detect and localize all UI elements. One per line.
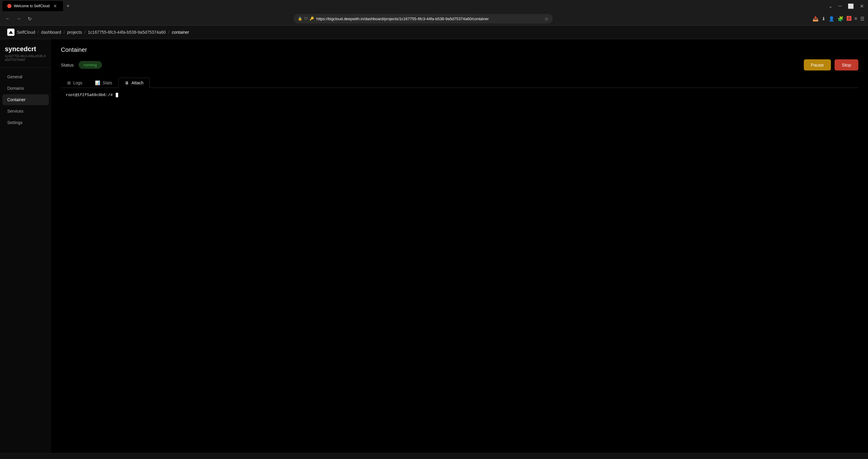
firefox-account-icon[interactable]: 🅰 xyxy=(846,16,851,21)
active-tab[interactable]: Welcome to SelfCloud ✕ xyxy=(2,1,63,11)
sidebar: syncedcrt 1c167755-6fc3-44fa-b538-9a5d75… xyxy=(0,39,51,459)
status-row: Status running Pause Stop xyxy=(61,59,858,70)
breadcrumb-sep-4: / xyxy=(168,30,169,35)
sidebar-item-general[interactable]: General xyxy=(2,71,49,82)
titlebar: Welcome to SelfCloud ✕ + ⌄ ─ ⬜ ✕ xyxy=(0,0,868,12)
browser-chrome: Welcome to SelfCloud ✕ + ⌄ ─ ⬜ ✕ ← → ↻ 🔒… xyxy=(0,0,868,26)
stop-button[interactable]: Stop xyxy=(835,59,858,70)
pocket-icon[interactable]: 📥 xyxy=(812,16,818,22)
tab-attach-label: Attach xyxy=(131,80,144,85)
sidebar-item-domains[interactable]: Domains xyxy=(2,83,49,94)
project-info: syncedcrt 1c167755-6fc3-44fa-b538-9a5d75… xyxy=(0,45,51,68)
main-layout: syncedcrt 1c167755-6fc3-44fa-b538-9a5d75… xyxy=(0,39,868,459)
tab-title: Welcome to SelfCloud xyxy=(14,4,50,8)
tab-close-button[interactable]: ✕ xyxy=(52,3,58,9)
breadcrumb: / dashboard / projects / 1c167755-6fc3-4… xyxy=(38,30,189,35)
nav-menu: General Domains Container Services Setti… xyxy=(0,71,51,128)
secure-icon: 🔒 xyxy=(298,17,302,21)
security-icons: 🔒 🛡 🔑 xyxy=(298,17,314,21)
tab-logs-label: Logs xyxy=(73,80,82,85)
breadcrumb-sep-2: / xyxy=(64,30,65,35)
content-area: Container Status running Pause Stop ⊞ Lo… xyxy=(51,39,868,459)
shield-icon: 🛡 xyxy=(304,17,308,21)
breadcrumb-sep-3: / xyxy=(84,30,86,35)
status-label: Status xyxy=(61,62,74,67)
address-bar: ← → ↻ 🔒 🛡 🔑 https://bigcloud.deepwith.in… xyxy=(0,12,868,25)
downloads-icon[interactable]: ⬇ xyxy=(822,16,826,22)
attach-icon: 🖥 xyxy=(125,80,129,85)
breadcrumb-dashboard[interactable]: dashboard xyxy=(41,30,61,35)
close-button[interactable]: ✕ xyxy=(858,3,866,10)
tab-favicon xyxy=(7,4,11,8)
sidebar-item-services[interactable]: Services xyxy=(2,106,49,117)
terminal-space xyxy=(113,93,115,97)
logo-icon xyxy=(7,29,14,36)
minimize-button[interactable]: ─ xyxy=(837,3,844,9)
app-header: SelfCloud / dashboard / projects / 1c167… xyxy=(0,26,868,39)
logo-shape xyxy=(9,31,13,34)
terminal-prompt: root@1f2f5a69c0b6:/# xyxy=(66,93,113,97)
tab-stats-label: Stats xyxy=(102,80,112,85)
tabs-dropdown-button[interactable]: ⌄ xyxy=(827,3,834,10)
content-title: Container xyxy=(61,46,858,53)
project-id: 1c167755-6fc3-44fa-b538-9a5d75374a60 xyxy=(5,54,46,61)
back-button[interactable]: ← xyxy=(4,14,12,23)
tab-stats[interactable]: 📊 Stats xyxy=(89,78,119,88)
breadcrumb-current: container xyxy=(172,30,189,35)
pause-button[interactable]: Pause xyxy=(804,59,831,70)
profile-icon[interactable]: 👤 xyxy=(829,16,835,22)
breadcrumb-project-id[interactable]: 1c167755-6fc3-44fa-b538-9a5d75374a60 xyxy=(88,30,166,35)
breadcrumb-brand[interactable]: SelfCloud xyxy=(17,30,35,35)
terminal-line: root@1f2f5a69c0b6:/# xyxy=(66,93,854,97)
logs-icon: ⊞ xyxy=(67,80,71,85)
terminal[interactable]: root@1f2f5a69c0b6:/# xyxy=(61,88,858,148)
tab-attach[interactable]: 🖥 Attach xyxy=(119,78,150,88)
bookmark-icon[interactable]: ☆ xyxy=(544,16,549,22)
breadcrumb-projects[interactable]: projects xyxy=(67,30,82,35)
address-input-container[interactable]: 🔒 🛡 🔑 https://bigcloud.deepwith.in/dashb… xyxy=(293,14,553,24)
new-tab-button[interactable]: + xyxy=(64,2,72,10)
window-controls: ⌄ ─ ⬜ ✕ xyxy=(827,3,866,10)
sidebar-item-settings[interactable]: Settings xyxy=(2,117,49,128)
extensions-icon[interactable]: 🧩 xyxy=(838,16,844,22)
menu-icon[interactable]: ☰ xyxy=(860,16,864,22)
sidebar-item-container[interactable]: Container xyxy=(2,94,49,105)
browser-toolbar-right: 📥 ⬇ 👤 🧩 🅰 ≡ ☰ xyxy=(812,16,864,22)
bottom-bar xyxy=(0,453,868,459)
action-buttons: Pause Stop xyxy=(804,59,858,70)
terminal-cursor xyxy=(116,93,118,97)
key-icon: 🔑 xyxy=(310,17,314,21)
refresh-button[interactable]: ↻ xyxy=(25,14,34,23)
url-display[interactable]: https://bigcloud.deepwith.in/dashboard/p… xyxy=(316,17,542,21)
maximize-button[interactable]: ⬜ xyxy=(846,3,856,10)
tab-bar: Welcome to SelfCloud ✕ + xyxy=(2,1,72,11)
tabs: ⊞ Logs 📊 Stats 🖥 Attach xyxy=(61,78,858,88)
tab-logs[interactable]: ⊞ Logs xyxy=(61,78,89,88)
forward-button[interactable]: → xyxy=(14,14,23,23)
status-badge: running xyxy=(79,61,102,69)
reader-mode-icon[interactable]: ≡ xyxy=(855,16,857,21)
project-name: syncedcrt xyxy=(5,45,46,53)
stats-icon: 📊 xyxy=(95,80,100,85)
breadcrumb-sep-1: / xyxy=(38,30,39,35)
